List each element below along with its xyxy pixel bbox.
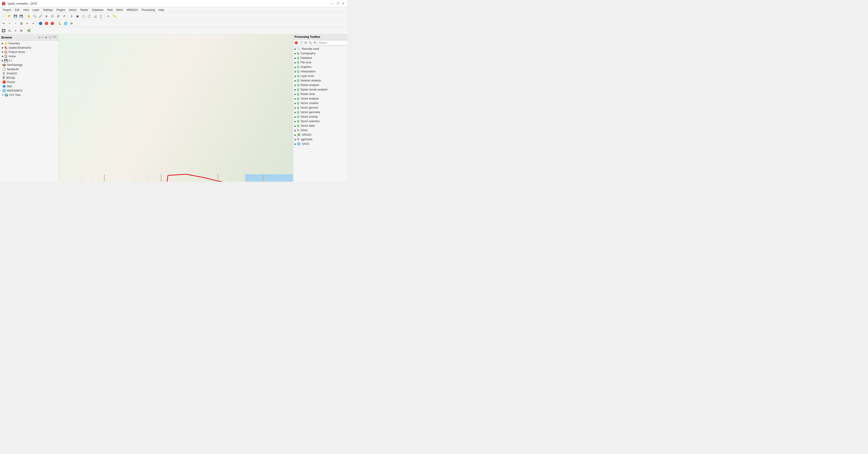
settings2-btn[interactable]: ⚙ <box>69 21 74 26</box>
toolbox-item-recently used[interactable]: ▶ 🕐 Recently used <box>293 46 347 51</box>
toolbox-item-raster analysis[interactable]: ▶ Q Raster analysis <box>293 83 347 87</box>
map-area[interactable] <box>59 34 293 182</box>
browser-item-home[interactable]: ▶ 🏠 Home <box>0 54 59 58</box>
toolbox-chevron: ▶ <box>294 116 296 118</box>
browser-collapse-btn[interactable]: ⓘ <box>48 35 52 40</box>
toolbox-item-vector analysis[interactable]: ▶ Q Vector analysis <box>293 96 347 101</box>
toolbox-item-vector general[interactable]: ▶ Q Vector general <box>293 105 347 110</box>
toolbox-item-cartography[interactable]: ▶ Q Cartography <box>293 51 347 56</box>
save-project-btn[interactable]: 💾 <box>13 13 18 19</box>
identify-btn[interactable]: ℹ <box>69 13 74 19</box>
move-feature-btn[interactable]: ↔ <box>13 21 18 26</box>
menu-item-web[interactable]: Web <box>105 8 114 12</box>
globe-btn[interactable]: 🌐 <box>63 21 68 26</box>
menu-item-project[interactable]: Project <box>1 8 13 12</box>
toolbox-recent-btn[interactable]: 🕐 <box>299 41 303 45</box>
toolbox-settings-btn[interactable]: ⚙ <box>304 41 307 45</box>
toolbox-item-saga[interactable]: ▶ 🌐 SAGA <box>293 141 347 146</box>
toolbox-item-file tools[interactable]: ▶ Q File tools <box>293 60 347 65</box>
attribute-table-btn[interactable]: 📋 <box>87 13 92 19</box>
open-project-btn[interactable]: 📂 <box>7 13 12 19</box>
add-feature-btn[interactable]: + <box>7 21 12 26</box>
new-project-btn[interactable]: 📄 <box>1 13 6 19</box>
browser-add-btn[interactable]: + <box>41 35 44 40</box>
deselect-btn[interactable]: ▢ <box>81 13 86 19</box>
toolbox-search-input[interactable] <box>317 40 347 45</box>
plugin2-btn[interactable]: 🔴 <box>44 21 49 26</box>
toolbox-item-qgis2web[interactable]: ▶ ⚙ qgis2web <box>293 137 347 141</box>
browser-item-favorite-[interactable]: ▶ ⭐ Favorites <box>0 41 59 45</box>
minimize-button[interactable]: — <box>330 1 335 6</box>
toolbox-item-layer tools[interactable]: ▶ Q Layer tools <box>293 74 347 78</box>
toolbox-item-raster tools[interactable]: ▶ Q Raster tools <box>293 92 347 96</box>
zoom-layer-btn[interactable]: ⊡ <box>50 13 55 19</box>
toolbox-item-vector table[interactable]: ▶ Q Vector table <box>293 124 347 128</box>
snap3-btn[interactable]: ≡ <box>13 28 18 33</box>
browser-item-c:-[interactable]: ▶ 💾 C:\ <box>0 58 59 63</box>
menu-item-help[interactable]: Help <box>157 8 166 12</box>
menu-item-view[interactable]: View <box>21 8 31 12</box>
calculator-btn[interactable]: ∑ <box>98 13 104 19</box>
browser-item-geopackage[interactable]: 📦 GeoPackage <box>0 63 59 67</box>
menu-item-mmqgis[interactable]: MMQGIS <box>125 8 140 12</box>
python-btn[interactable]: 🐍 <box>57 21 62 26</box>
menu-item-mesh[interactable]: Mesh <box>115 8 125 12</box>
browser-item-m--ql[interactable]: 🗄 MSSQL <box>0 75 59 80</box>
toolbox-help-btn[interactable]: 🔴 <box>294 41 299 45</box>
plugin3-btn[interactable]: 🔴 <box>50 21 55 26</box>
toolbox-item-network analysis[interactable]: ▶ Q Network analysis <box>293 78 347 83</box>
browser-item-oracle[interactable]: 🔴 Oracle <box>0 80 59 84</box>
close-button[interactable]: ✕ <box>341 1 345 6</box>
menu-item-layer[interactable]: Layer <box>31 8 41 12</box>
menu-item-edit[interactable]: Edit <box>13 8 21 12</box>
menu-item-processing[interactable]: Processing <box>140 8 157 12</box>
save-as-btn[interactable]: 💾 <box>19 13 24 19</box>
toolbox-item-interpolation[interactable]: ▶ Q Interpolation <box>293 69 347 74</box>
menu-item-raster[interactable]: Raster <box>79 8 90 12</box>
maximize-button[interactable]: ❐ <box>336 1 340 6</box>
menu-item-plugins[interactable]: Plugins <box>55 8 67 12</box>
menu-item-vector[interactable]: Vector <box>67 8 79 12</box>
zoom-out-btn[interactable]: 🔎 <box>38 13 43 19</box>
toolbox-item-vector overlay[interactable]: ▶ Q Vector overlay <box>293 115 347 119</box>
toolbox-item-raster terrain analysis[interactable]: ▶ Q Raster terrain analysis <box>293 87 347 92</box>
undo-btn[interactable]: ↩ <box>25 21 30 26</box>
snap2-btn[interactable]: ⊡ <box>7 28 12 33</box>
browser-item--patial bookmark-[interactable]: ▶ 🔖 Spatial Bookmarks <box>0 45 59 50</box>
label-btn[interactable]: A <box>106 13 111 19</box>
pan-btn[interactable]: ✋ <box>26 13 31 19</box>
browser-item-xyz tile-[interactable]: ▼ 🌍 XYZ Tiles <box>0 93 59 97</box>
toolbox-item-gdal[interactable]: ▶ G GDAL <box>293 128 347 133</box>
select-btn[interactable]: ▣ <box>75 13 80 19</box>
delete-feature-btn[interactable]: 🗑 <box>19 21 24 26</box>
edit-mode-btn[interactable]: ✏ <box>1 21 6 26</box>
refresh-btn[interactable]: ↺ <box>61 13 67 19</box>
zoom-selection-btn[interactable]: ⊞ <box>56 13 61 19</box>
browser-item-po-tgi-[interactable]: 🐘 PostGIS <box>0 71 59 75</box>
browser-item-project home[interactable]: ▶ 🏠 Project Home <box>0 50 59 54</box>
menu-item-settings[interactable]: Settings <box>41 8 55 12</box>
statistics-btn[interactable]: 📊 <box>92 13 98 19</box>
toolbox-item-grass[interactable]: ▶ 🌿 GRASS <box>293 133 347 137</box>
grass-btn[interactable]: 🌿 <box>26 28 31 33</box>
toolbox-filter-btn[interactable]: 🔍 <box>308 41 312 45</box>
toolbox-options-btn[interactable]: ▼ <box>313 41 317 45</box>
zoom-in-btn[interactable]: 🔍 <box>32 13 37 19</box>
browser-refresh-btn[interactable]: ↺ <box>38 35 41 40</box>
redo-btn[interactable]: ↪ <box>30 21 36 26</box>
browser-item-wm-/wmt-[interactable]: 🌐 WMS/WMTS <box>0 89 59 93</box>
snap4-btn[interactable]: ⊞ <box>19 28 24 33</box>
plugin1-btn[interactable]: 🔵 <box>38 21 43 26</box>
toolbox-item-vector creation[interactable]: ▶ Q Vector creation <box>293 101 347 105</box>
zoom-extent-btn[interactable]: ⊕ <box>44 13 49 19</box>
menu-item-database[interactable]: Database <box>90 8 105 12</box>
browser-item-db2[interactable]: 🔷 DB2 <box>0 84 59 89</box>
snap-btn[interactable]: 🔲 <box>1 28 6 33</box>
toolbox-item-database[interactable]: ▶ Q Database <box>293 56 347 60</box>
browser-item--patialite[interactable]: 📋 SpatiaLite <box>0 67 59 71</box>
toolbox-item-vector selection[interactable]: ▶ Q Vector selection <box>293 119 347 124</box>
toolbox-item-graphics[interactable]: ▶ Q Graphics <box>293 65 347 69</box>
browser-filter-btn[interactable]: ⚙ <box>44 35 48 40</box>
toolbox-item-vector geometry[interactable]: ▶ Q Vector geometry <box>293 110 347 115</box>
measure-btn[interactable]: 📏 <box>112 13 117 19</box>
